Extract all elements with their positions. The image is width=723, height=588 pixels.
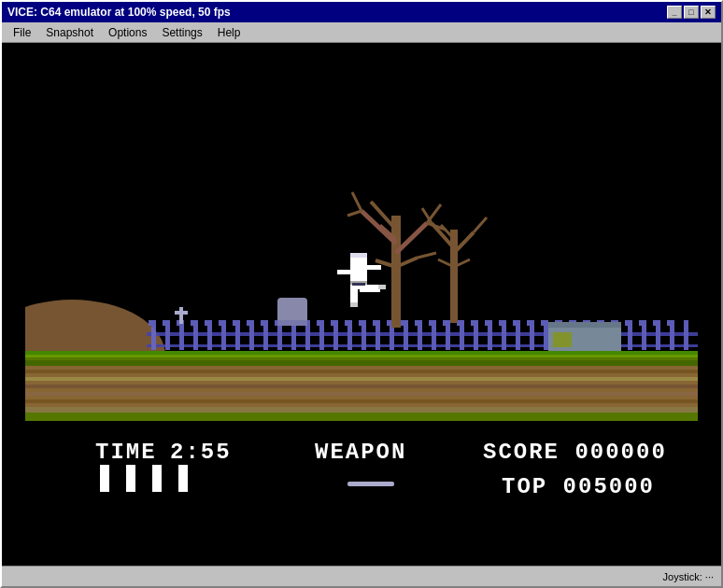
svg-rect-56 [317, 320, 324, 326]
svg-rect-121 [25, 413, 698, 421]
svg-rect-51 [247, 320, 254, 326]
svg-rect-130 [360, 285, 380, 292]
svg-rect-115 [25, 370, 698, 373]
svg-rect-117 [25, 385, 698, 388]
window-controls: _ □ ✕ [667, 6, 716, 19]
svg-rect-141 [100, 483, 105, 492]
svg-rect-131 [378, 285, 386, 289]
title-bar: VICE: C64 emulator at 100% speed, 50 fps… [2, 2, 721, 22]
svg-rect-48 [205, 320, 212, 326]
svg-rect-145 [126, 483, 131, 492]
svg-rect-119 [25, 399, 698, 403]
maximize-button[interactable]: □ [684, 6, 699, 19]
svg-rect-140 [100, 465, 109, 472]
svg-rect-154 [183, 483, 188, 492]
svg-rect-127 [337, 270, 352, 274]
svg-rect-65 [443, 320, 450, 326]
menu-settings[interactable]: Settings [154, 24, 209, 41]
menu-bar: File Snapshot Options Settings Help [2, 22, 721, 43]
svg-rect-133 [352, 283, 365, 286]
svg-rect-81 [667, 320, 674, 326]
svg-text:SCORE 000000: SCORE 000000 [483, 440, 667, 465]
svg-rect-69 [499, 320, 506, 326]
svg-text:WEAPON: WEAPON [315, 440, 406, 465]
svg-rect-80 [653, 320, 660, 326]
svg-rect-155 [347, 482, 394, 486]
status-bar: Joystick: ··· [2, 566, 721, 586]
svg-rect-62 [401, 320, 408, 326]
svg-rect-83 [175, 311, 188, 315]
menu-options[interactable]: Options [101, 24, 154, 41]
joystick-status: Joystick: ··· [663, 571, 714, 582]
svg-rect-118 [25, 392, 698, 396]
menu-file[interactable]: File [6, 24, 38, 41]
app-window: VICE: C64 emulator at 100% speed, 50 fps… [0, 0, 723, 588]
menu-help[interactable]: Help [210, 24, 248, 41]
svg-rect-44 [149, 320, 156, 326]
svg-rect-71 [527, 320, 534, 326]
svg-rect-43 [684, 320, 688, 350]
svg-rect-67 [471, 320, 478, 326]
emulator-content: TIME 2:55 WEAPON SCORE 000000 [2, 43, 721, 566]
svg-rect-142 [105, 483, 109, 492]
svg-rect-82 [179, 307, 183, 324]
svg-rect-72 [541, 320, 548, 326]
svg-rect-149 [152, 483, 157, 492]
svg-rect-153 [178, 483, 183, 492]
svg-rect-113 [25, 360, 698, 366]
svg-rect-146 [131, 483, 135, 492]
game-screen: TIME 2:55 WEAPON SCORE 000000 [25, 66, 698, 542]
svg-rect-132 [350, 302, 358, 307]
svg-rect-120 [25, 407, 698, 413]
svg-rect-79 [639, 320, 646, 326]
svg-rect-68 [485, 320, 492, 326]
svg-rect-125 [350, 253, 367, 258]
svg-rect-78 [625, 320, 632, 326]
svg-rect-112 [25, 357, 698, 360]
close-button[interactable]: ✕ [701, 6, 716, 19]
svg-rect-63 [415, 320, 422, 326]
svg-rect-60 [373, 320, 380, 326]
svg-text:2:55: 2:55 [170, 440, 232, 465]
svg-rect-57 [331, 320, 338, 326]
svg-rect-47 [191, 320, 198, 326]
svg-rect-110 [25, 351, 698, 355]
svg-rect-111 [25, 355, 698, 357]
svg-rect-87 [553, 332, 572, 347]
window-title: VICE: C64 emulator at 100% speed, 50 fps [7, 6, 231, 19]
svg-rect-128 [366, 265, 381, 270]
svg-text:TIME: TIME [95, 440, 157, 465]
menu-snapshot[interactable]: Snapshot [38, 24, 101, 41]
svg-rect-144 [126, 465, 135, 472]
svg-rect-64 [429, 320, 436, 326]
svg-rect-148 [152, 465, 162, 472]
svg-rect-52 [261, 320, 268, 326]
svg-rect-150 [157, 483, 162, 492]
svg-text:TOP  005000: TOP 005000 [502, 474, 655, 499]
svg-rect-85 [277, 320, 307, 326]
svg-rect-152 [178, 465, 188, 472]
svg-rect-49 [219, 320, 226, 326]
svg-rect-70 [513, 320, 520, 326]
svg-rect-89 [391, 216, 401, 328]
svg-rect-88 [548, 322, 621, 328]
minimize-button[interactable]: _ [667, 6, 682, 19]
svg-rect-116 [25, 377, 698, 381]
svg-rect-59 [359, 320, 366, 326]
svg-rect-129 [350, 289, 358, 304]
svg-rect-66 [457, 320, 464, 326]
svg-rect-45 [163, 320, 170, 326]
svg-rect-84 [277, 298, 307, 324]
svg-rect-50 [233, 320, 240, 326]
svg-rect-58 [345, 320, 352, 326]
game-scene-svg: TIME 2:55 WEAPON SCORE 000000 [25, 66, 698, 542]
